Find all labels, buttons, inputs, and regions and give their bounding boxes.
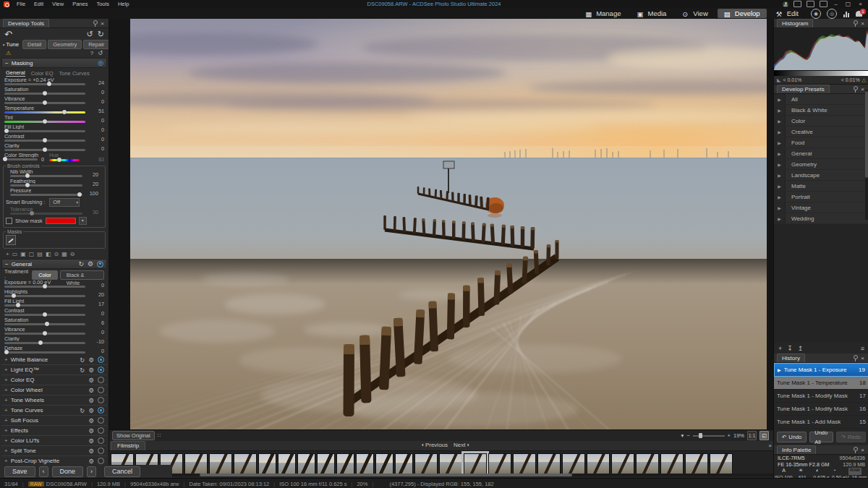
- enabled-radio[interactable]: [98, 407, 104, 414]
- filmstrip-tab[interactable]: Filmstrip: [111, 441, 145, 450]
- presets-scrollbar[interactable]: [865, 90, 868, 220]
- previous-image-button[interactable]: ‹: [39, 466, 48, 477]
- pin-icon[interactable]: [853, 447, 857, 453]
- section-post-crop-vignette[interactable]: + Post-Crop Vignette ⚙: [1, 456, 107, 465]
- pin-icon[interactable]: [853, 86, 857, 93]
- user-avatar[interactable]: [783, 1, 788, 7]
- history-item[interactable]: Tune Mask 1 - Add Mask 15: [774, 416, 868, 429]
- mask-brush-button[interactable]: [6, 235, 16, 245]
- treatment-color-button[interactable]: Color: [32, 270, 57, 280]
- preset-category-matte[interactable]: ▶Matte: [774, 181, 868, 192]
- filmstrip-thumbnail[interactable]: [439, 453, 462, 476]
- slider-track[interactable]: [4, 304, 85, 307]
- filmstrip-thumbnail[interactable]: [488, 453, 511, 476]
- filmstrip-thumbnail[interactable]: [660, 453, 684, 476]
- pin-icon[interactable]: [93, 20, 97, 27]
- gear-icon[interactable]: ⚙: [88, 387, 94, 394]
- presets-menu-icon[interactable]: ≡: [861, 345, 864, 352]
- photo-view[interactable]: [130, 19, 767, 430]
- duplicate-mask-icon[interactable]: ▣: [20, 251, 26, 257]
- filmstrip-thumbnail[interactable]: [414, 453, 438, 476]
- shadow-clip-icon[interactable]: ◣: [777, 77, 780, 83]
- show-original-button[interactable]: Show Original: [112, 431, 155, 440]
- masking-section-header[interactable]: − Masking ◎: [1, 58, 107, 68]
- fit-image-button[interactable]: ◱: [760, 431, 769, 440]
- filmstrip-thumbnail[interactable]: [317, 453, 335, 476]
- history-item[interactable]: Tune Mask 1 - Modify Mask 16: [774, 403, 868, 416]
- filmstrip-scrollbar[interactable]: [109, 474, 773, 476]
- help-icon[interactable]: ?: [90, 50, 93, 56]
- next-image-button[interactable]: ›: [87, 466, 96, 477]
- info-palette-tab[interactable]: Info Palette: [777, 445, 816, 454]
- section-effects[interactable]: + Effects ⚙: [1, 426, 107, 436]
- section-white-balance[interactable]: + White Balance ↻ ⚙: [1, 355, 107, 365]
- enabled-radio[interactable]: [98, 356, 104, 363]
- mask-color-swatch[interactable]: [46, 218, 76, 224]
- notifications-bell[interactable]: 1: [856, 11, 862, 17]
- import-presets-icon[interactable]: ↧: [787, 345, 793, 352]
- display-1-icon[interactable]: [793, 1, 801, 7]
- filmstrip-thumbnail[interactable]: [464, 453, 487, 476]
- slider-track[interactable]: [4, 351, 85, 354]
- section-soft-focus[interactable]: + Soft Focus ⚙: [1, 416, 107, 426]
- slider-track[interactable]: [4, 323, 85, 325]
- section-light-eq[interactable]: + Light EQ™ ↻ ⚙: [1, 365, 107, 375]
- section-color-luts[interactable]: + Color LUTs ⚙: [1, 436, 107, 446]
- hue-track[interactable]: [49, 159, 80, 161]
- display-3-icon[interactable]: [820, 1, 827, 7]
- enabled-radio[interactable]: [98, 427, 104, 434]
- expand-icon[interactable]: ▶: [774, 137, 786, 147]
- mode-edit[interactable]: ⚒ Edit: [770, 9, 805, 18]
- expand-icon[interactable]: ▶: [774, 94, 786, 104]
- masking-target-icon[interactable]: ◎: [98, 59, 103, 67]
- slider-track[interactable]: [10, 194, 82, 196]
- gear-icon[interactable]: ⚙: [88, 427, 94, 435]
- reset-icon[interactable]: ↻: [80, 407, 85, 414]
- gear-icon[interactable]: ⚙: [88, 448, 94, 455]
- display-2-icon[interactable]: [807, 1, 814, 7]
- pin-icon[interactable]: [853, 20, 857, 27]
- undo-all-button[interactable]: Undo All: [809, 432, 833, 442]
- reset-general-icon[interactable]: ↻: [78, 260, 84, 267]
- section-color-eq[interactable]: + Color EQ ⚙: [1, 375, 107, 385]
- preset-category-wedding[interactable]: ▶Wedding: [774, 213, 868, 224]
- general-section-header[interactable]: − General ↻ ⚙: [1, 259, 107, 269]
- slider-track[interactable]: [4, 314, 85, 316]
- slider-track[interactable]: [4, 140, 85, 142]
- preset-category-color[interactable]: ▶Color: [774, 116, 868, 127]
- enabled-radio[interactable]: [98, 387, 104, 393]
- expand-icon[interactable]: ▶: [774, 116, 786, 126]
- section-color-wheel[interactable]: + Color Wheel ⚙: [1, 385, 107, 395]
- filmstrip-thumbnail[interactable]: [278, 453, 296, 476]
- undo-button[interactable]: ↶Undo: [777, 432, 807, 442]
- mode-view[interactable]: ⊙ View: [676, 9, 714, 18]
- close-history-icon[interactable]: ×: [859, 355, 866, 361]
- preset-category-landscape[interactable]: ▶Landscape: [774, 170, 868, 181]
- menu-tools[interactable]: Tools: [92, 1, 114, 7]
- zoom-in-icon[interactable]: +: [728, 432, 731, 439]
- preset-category-general[interactable]: ▶General: [774, 148, 868, 159]
- filmstrip-thumbnail[interactable]: [297, 453, 315, 476]
- filmstrip-thumbnail[interactable]: [234, 453, 257, 476]
- gear-icon[interactable]: ⚙: [88, 417, 94, 424]
- copy-mask-icon[interactable]: ▢: [29, 251, 35, 257]
- filmstrip-thumbnail[interactable]: [336, 453, 354, 476]
- pin-icon[interactable]: [853, 355, 857, 361]
- tab-tune[interactable]: ▪Tune: [3, 41, 21, 48]
- preset-category-vintage[interactable]: ▶Vintage: [774, 202, 868, 213]
- slider-track[interactable]: [10, 184, 82, 187]
- tab-detail[interactable]: Detail: [22, 40, 46, 49]
- slider-track[interactable]: [4, 342, 85, 344]
- preset-category-geometry[interactable]: ▶Geometry: [774, 159, 868, 170]
- histogram-tab[interactable]: Histogram: [777, 19, 813, 27]
- mode-manage[interactable]: ▦ Manage: [579, 9, 627, 18]
- minimize-button[interactable]: –: [833, 1, 838, 7]
- reset-icon[interactable]: ↻: [80, 367, 85, 374]
- slider-track[interactable]: [4, 121, 85, 123]
- expand-icon[interactable]: ▶: [774, 213, 786, 223]
- history-item[interactable]: ▶ Tune Mask 1 - Exposure 19: [774, 363, 868, 377]
- color-strength-track[interactable]: [4, 158, 38, 160]
- smart-brushing-select[interactable]: Off▾: [49, 198, 80, 207]
- expand-icon[interactable]: ▶: [774, 192, 786, 202]
- invert-mask-icon[interactable]: ◧: [46, 251, 51, 257]
